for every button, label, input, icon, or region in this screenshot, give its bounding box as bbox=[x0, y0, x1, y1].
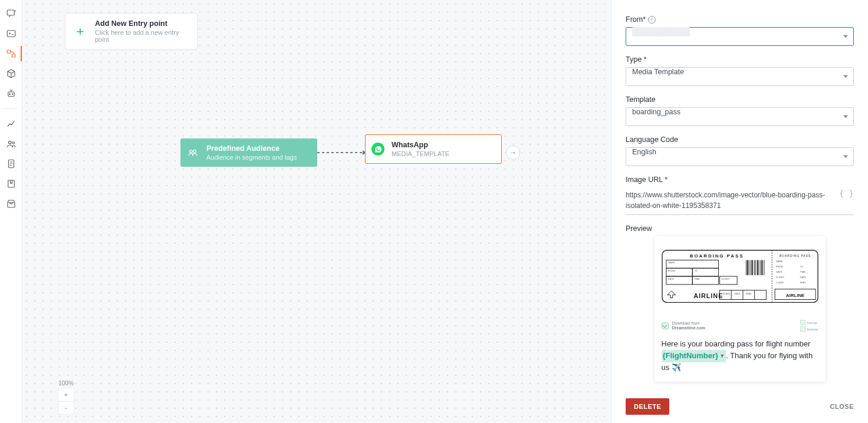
whatsapp-out-port[interactable]: → bbox=[506, 146, 520, 160]
svg-rect-39 bbox=[745, 260, 746, 275]
svg-text:TO: TO bbox=[694, 269, 697, 272]
template-label: Template bbox=[626, 95, 854, 104]
info-icon[interactable]: i bbox=[648, 16, 656, 24]
zoom-control: 100% ＋ － bbox=[58, 380, 74, 415]
svg-point-6 bbox=[9, 94, 11, 95]
svg-text:FROM: FROM bbox=[668, 269, 675, 272]
svg-text:TO: TO bbox=[800, 265, 803, 268]
svg-point-9 bbox=[12, 142, 14, 144]
left-nav-rail bbox=[0, 0, 22, 423]
svg-text:SEAT: SEAT bbox=[745, 292, 752, 295]
from-label: From*i bbox=[626, 15, 854, 24]
whatsapp-icon bbox=[371, 143, 384, 156]
svg-rect-0 bbox=[7, 10, 14, 15]
node-settings-panel: From*i hidden Type * Media Template Temp… bbox=[611, 0, 868, 423]
nav-package-icon[interactable] bbox=[0, 64, 22, 84]
svg-point-1 bbox=[14, 11, 15, 12]
preview-image: BOARDING PASS BOARDING PASS NAME FROM TO… bbox=[655, 236, 826, 334]
audience-title: Predefined Audience bbox=[206, 144, 309, 153]
language-select[interactable]: English bbox=[626, 147, 854, 166]
svg-text:CLASS: CLASS bbox=[776, 281, 784, 284]
variable-picker-icon[interactable]: { } bbox=[839, 189, 854, 198]
svg-point-8 bbox=[8, 141, 11, 144]
audience-subtitle: Audience in segments and tags bbox=[206, 154, 309, 161]
svg-text:DATE: DATE bbox=[668, 277, 674, 280]
svg-text:TIME: TIME bbox=[800, 270, 805, 273]
image-url-input[interactable]: https://www.shutterstock.com/image-vecto… bbox=[626, 187, 854, 215]
language-label: Language Code bbox=[626, 136, 854, 144]
predefined-audience-node[interactable]: Predefined Audience Audience in segments… bbox=[180, 138, 317, 167]
svg-text:NAME: NAME bbox=[776, 260, 783, 263]
svg-text:BOARDING PASS: BOARDING PASS bbox=[780, 255, 811, 257]
svg-text:AIRLINE: AIRLINE bbox=[693, 292, 723, 299]
svg-text:GATE: GATE bbox=[800, 276, 806, 279]
svg-text:CLASS: CLASS bbox=[722, 292, 730, 295]
close-button[interactable]: CLOSE bbox=[830, 403, 854, 410]
svg-rect-5 bbox=[8, 92, 14, 97]
svg-rect-42 bbox=[750, 260, 751, 275]
variable-chip-flightnumber[interactable]: {FlightNumber}▼ bbox=[662, 350, 726, 362]
svg-rect-4 bbox=[12, 54, 15, 57]
svg-point-13 bbox=[193, 150, 196, 153]
edge-audience-whatsapp bbox=[317, 152, 366, 153]
zoom-out-button[interactable]: － bbox=[58, 401, 74, 414]
from-select[interactable]: hidden bbox=[626, 27, 854, 46]
nav-people-icon[interactable] bbox=[0, 134, 22, 154]
preview-text: Here is your boarding pass for flight nu… bbox=[655, 334, 826, 382]
svg-rect-3 bbox=[7, 50, 10, 53]
delete-button[interactable]: DELETE bbox=[626, 398, 669, 415]
svg-text:FLIGHT: FLIGHT bbox=[721, 277, 730, 280]
svg-rect-45 bbox=[755, 260, 755, 275]
type-select[interactable]: Media Template bbox=[626, 67, 854, 86]
plane-emoji: ✈️ bbox=[672, 363, 681, 372]
svg-rect-50 bbox=[764, 260, 764, 275]
whatsapp-subtitle: MEDIA_TEMPLATE bbox=[392, 150, 493, 157]
svg-rect-48 bbox=[760, 260, 761, 275]
svg-rect-46 bbox=[757, 260, 758, 275]
nav-bot-icon[interactable] bbox=[0, 84, 22, 104]
svg-rect-11 bbox=[8, 180, 14, 187]
plus-icon: ＋ bbox=[74, 22, 87, 40]
svg-text:FLIGHT: FLIGHT bbox=[776, 276, 785, 279]
template-select[interactable]: boarding_pass bbox=[626, 107, 854, 126]
svg-text:GATE: GATE bbox=[734, 292, 741, 295]
nav-chat-icon[interactable] bbox=[0, 4, 22, 24]
flow-canvas[interactable]: ＋ Add New Entry point Click here to add … bbox=[22, 0, 611, 423]
zoom-in-button[interactable]: ＋ bbox=[58, 388, 74, 401]
svg-text:DATE: DATE bbox=[776, 270, 782, 273]
svg-text:SEAT: SEAT bbox=[800, 281, 806, 284]
entry-title: Add New Entry point bbox=[95, 19, 188, 28]
add-entry-point-card[interactable]: ＋ Add New Entry point Click here to add … bbox=[65, 13, 198, 49]
svg-rect-49 bbox=[761, 260, 762, 275]
image-url-label: Image URL * bbox=[626, 176, 854, 184]
nav-analytics-icon[interactable] bbox=[0, 114, 22, 134]
entry-subtitle: Click here to add a new entry point bbox=[95, 29, 188, 43]
nav-doc-icon[interactable] bbox=[0, 154, 22, 174]
svg-point-7 bbox=[12, 94, 13, 95]
svg-rect-41 bbox=[748, 260, 749, 275]
svg-text:TIME: TIME bbox=[694, 277, 700, 280]
preview-card: BOARDING PASS BOARDING PASS NAME FROM TO… bbox=[655, 236, 826, 382]
svg-text:FROM: FROM bbox=[776, 265, 783, 268]
nav-store-icon[interactable] bbox=[0, 194, 22, 214]
preview-label: Preview bbox=[626, 224, 854, 233]
svg-point-12 bbox=[190, 150, 193, 153]
svg-text:NAME: NAME bbox=[668, 261, 675, 264]
zoom-percent: 100% bbox=[58, 380, 74, 386]
nav-terminal-icon[interactable] bbox=[0, 24, 22, 44]
svg-text:AIRLINE: AIRLINE bbox=[785, 293, 804, 298]
audience-icon bbox=[186, 146, 199, 159]
svg-rect-44 bbox=[754, 260, 754, 275]
nav-bookmark-icon[interactable] bbox=[0, 174, 22, 194]
whatsapp-node[interactable]: WhatsApp MEDIA_TEMPLATE bbox=[365, 134, 502, 164]
svg-rect-2 bbox=[7, 31, 15, 37]
canvas-wrap: ＋ Add New Entry point Click here to add … bbox=[22, 0, 868, 423]
whatsapp-title: WhatsApp bbox=[392, 141, 493, 149]
type-label: Type * bbox=[626, 55, 854, 64]
svg-text:BOARDING PASS: BOARDING PASS bbox=[689, 253, 744, 259]
svg-rect-47 bbox=[758, 260, 759, 275]
nav-flow-icon[interactable] bbox=[0, 44, 22, 64]
svg-rect-40 bbox=[747, 260, 748, 275]
svg-rect-43 bbox=[751, 260, 752, 275]
